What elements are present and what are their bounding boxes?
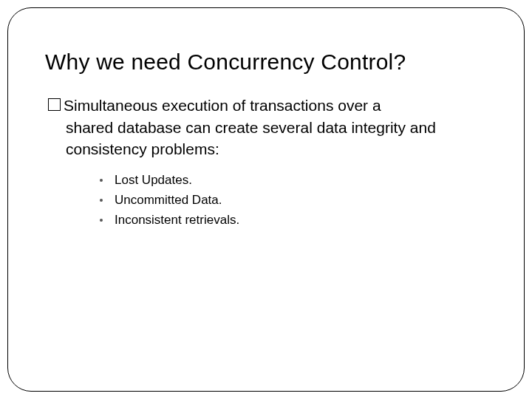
paragraph-text-first: Simultaneous execution of transactions o… (64, 95, 381, 116)
paragraph-text-rest: shared database can create several data … (66, 117, 487, 160)
slide-frame: Why we need Concurrency Control? Simulta… (7, 7, 525, 392)
list-item-label: Lost Updates. (115, 170, 192, 190)
square-bullet-icon (48, 98, 61, 111)
dot-icon (100, 179, 103, 182)
dot-icon (100, 199, 103, 202)
list-item: Uncommitted Data. (100, 190, 487, 210)
slide-title: Why we need Concurrency Control? (45, 50, 487, 75)
slide-body: Simultaneous execution of transactions o… (48, 95, 487, 231)
list-item: Lost Updates. (100, 170, 487, 190)
paragraph-line-1: Simultaneous execution of transactions o… (48, 95, 487, 116)
list-item-label: Inconsistent retrievals. (115, 210, 239, 230)
list-item-label: Uncommitted Data. (115, 190, 222, 210)
list-item: Inconsistent retrievals. (100, 210, 487, 230)
dot-icon (100, 219, 103, 222)
sub-bullet-list: Lost Updates. Uncommitted Data. Inconsis… (100, 170, 487, 231)
